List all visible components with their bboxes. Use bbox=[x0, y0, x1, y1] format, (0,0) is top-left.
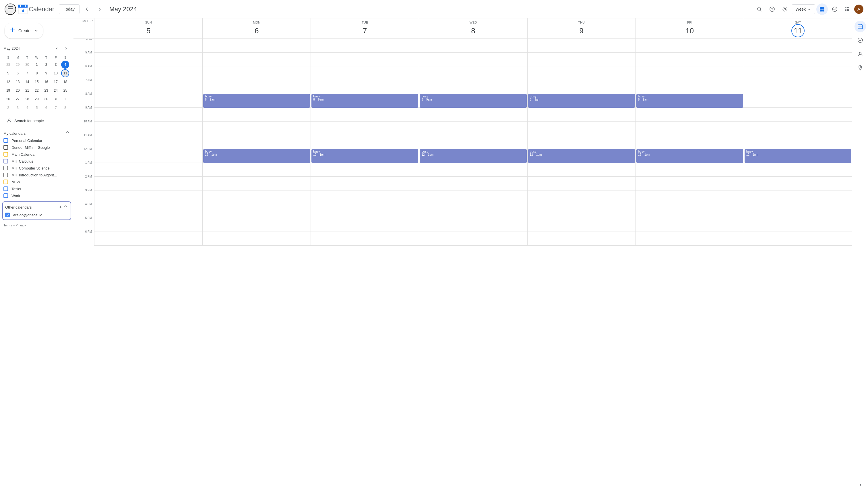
my-calendars-header[interactable]: My calendars bbox=[0, 130, 73, 137]
mini-day[interactable]: 17 bbox=[52, 78, 60, 86]
mini-day[interactable]: 7 bbox=[52, 104, 60, 112]
mini-day[interactable]: 8 bbox=[61, 104, 69, 112]
right-people-icon[interactable] bbox=[854, 48, 866, 60]
day-col-wed[interactable]: busy 8 – 9am busy 12 – 1pm bbox=[419, 39, 527, 245]
mini-day[interactable]: 20 bbox=[14, 86, 22, 94]
mini-day[interactable]: 2 bbox=[4, 104, 12, 112]
event-busy-tue-8am[interactable]: busy 8 – 9am bbox=[312, 94, 418, 108]
mini-day[interactable]: 4 bbox=[23, 104, 31, 112]
mini-day[interactable]: 29 bbox=[14, 61, 22, 69]
other-calendars-header[interactable]: Other calendars + bbox=[3, 203, 71, 211]
today-button[interactable]: Today bbox=[59, 4, 79, 14]
calendar-checkbox-personal[interactable] bbox=[3, 138, 8, 143]
day-col-sat[interactable]: busy 12 – 1pm bbox=[744, 39, 852, 245]
calendar-item-tasks[interactable]: Tasks bbox=[0, 185, 73, 192]
mini-day[interactable]: 10 bbox=[52, 69, 60, 77]
day-num-8[interactable]: 8 bbox=[466, 24, 480, 37]
calendar-item-cs[interactable]: MIT Computer Science bbox=[0, 165, 73, 172]
calendar-item-dunder[interactable]: Dunder Mifflin - Google bbox=[0, 144, 73, 151]
help-button[interactable]: ? bbox=[767, 3, 778, 15]
mini-day[interactable]: 15 bbox=[33, 78, 41, 86]
calendar-item-personal[interactable]: Personal Calendar bbox=[0, 137, 73, 144]
view-selector[interactable]: Week bbox=[792, 4, 815, 14]
mini-day[interactable]: 2 bbox=[42, 61, 50, 69]
day-col-mon[interactable]: busy 8 – 9am busy 12 – 1pm bbox=[202, 39, 311, 245]
right-maps-icon[interactable] bbox=[854, 62, 866, 73]
mini-day[interactable]: 22 bbox=[33, 86, 41, 94]
calendar-item-algo[interactable]: MIT Introduction to Algorit... bbox=[0, 172, 73, 178]
mini-next-button[interactable]: › bbox=[62, 44, 70, 52]
event-busy-wed-8am[interactable]: busy 8 – 9am bbox=[420, 94, 526, 108]
mini-day[interactable]: 3 bbox=[52, 61, 60, 69]
mini-day[interactable]: 8 bbox=[33, 69, 41, 77]
event-busy-thu-8am[interactable]: busy 8 – 9am bbox=[528, 94, 635, 108]
mini-day[interactable]: 5 bbox=[4, 69, 12, 77]
grid-view-button[interactable] bbox=[816, 3, 828, 15]
mini-day[interactable]: 29 bbox=[33, 95, 41, 103]
event-busy-tue-12pm[interactable]: busy 12 – 1pm bbox=[312, 149, 418, 163]
mini-day[interactable]: 7 bbox=[23, 69, 31, 77]
mini-prev-button[interactable]: ‹ bbox=[53, 44, 61, 52]
calendar-checkbox-cs[interactable] bbox=[3, 166, 8, 170]
mini-day[interactable]: 28 bbox=[4, 61, 12, 69]
menu-button[interactable] bbox=[5, 3, 16, 15]
day-num-5[interactable]: 5 bbox=[142, 24, 155, 37]
calendar-item-main[interactable]: Main Calendar bbox=[0, 151, 73, 158]
day-num-11[interactable]: 11 bbox=[791, 24, 804, 37]
mini-day[interactable]: 27 bbox=[14, 95, 22, 103]
calendar-item-eraldo[interactable]: eraldo@onecal.io bbox=[3, 211, 71, 218]
calendar-checkbox-calculus[interactable] bbox=[3, 159, 8, 164]
day-num-6[interactable]: 6 bbox=[250, 24, 263, 37]
mini-day[interactable]: 9 bbox=[42, 69, 50, 77]
calendar-item-work[interactable]: Work bbox=[0, 192, 73, 199]
mini-day[interactable]: 3 bbox=[14, 104, 22, 112]
mini-day[interactable]: 25 bbox=[61, 86, 69, 94]
privacy-link[interactable]: Privacy bbox=[16, 223, 26, 227]
mini-day[interactable]: 26 bbox=[4, 95, 12, 103]
event-busy-mon-12pm[interactable]: busy 12 – 1pm bbox=[203, 149, 310, 163]
search-button[interactable] bbox=[754, 3, 765, 15]
apps-button[interactable] bbox=[842, 3, 853, 15]
create-button[interactable]: Create bbox=[5, 23, 43, 39]
calendar-checkbox-dunder[interactable] bbox=[3, 145, 8, 150]
calendar-checkbox-algo[interactable] bbox=[3, 173, 8, 177]
mini-day[interactable]: 18 bbox=[61, 78, 69, 86]
mini-day[interactable]: 6 bbox=[42, 104, 50, 112]
other-calendars-add-button[interactable]: + bbox=[58, 204, 63, 210]
mini-day[interactable]: 30 bbox=[42, 95, 50, 103]
event-busy-fri-8am[interactable]: busy 8 – 9am bbox=[636, 94, 743, 108]
day-num-10[interactable]: 10 bbox=[683, 24, 696, 37]
mini-day[interactable]: 5 bbox=[33, 104, 41, 112]
calendar-checkbox-eraldo[interactable] bbox=[5, 213, 10, 217]
user-avatar[interactable]: A bbox=[854, 5, 863, 14]
event-busy-wed-12pm[interactable]: busy 12 – 1pm bbox=[420, 149, 526, 163]
right-expand-icon[interactable] bbox=[854, 479, 866, 491]
calendar-checkbox-work[interactable] bbox=[3, 193, 8, 198]
calendar-checkbox-tasks[interactable] bbox=[3, 187, 8, 191]
day-num-7[interactable]: 7 bbox=[358, 24, 371, 37]
event-busy-thu-12pm[interactable]: busy 12 – 1pm bbox=[528, 149, 635, 163]
mini-day[interactable]: 14 bbox=[23, 78, 31, 86]
task-view-button[interactable] bbox=[829, 3, 841, 15]
mini-day[interactable]: 24 bbox=[52, 86, 60, 94]
mini-day[interactable]: 6 bbox=[14, 69, 22, 77]
mini-day[interactable]: 19 bbox=[4, 86, 12, 94]
event-busy-fri-12pm[interactable]: busy 12 – 1pm bbox=[636, 149, 743, 163]
calendar-checkbox-main[interactable] bbox=[3, 152, 8, 156]
search-people[interactable]: Search for people bbox=[3, 115, 70, 126]
day-col-fri[interactable]: busy 8 – 9am busy 12 – 1pm bbox=[636, 39, 744, 245]
mini-day[interactable]: 1 bbox=[33, 61, 41, 69]
mini-day[interactable]: 23 bbox=[42, 86, 50, 94]
next-button[interactable] bbox=[94, 4, 105, 14]
mini-day[interactable]: 21 bbox=[23, 86, 31, 94]
day-col-sun[interactable] bbox=[94, 39, 202, 245]
mini-day[interactable]: 28 bbox=[23, 95, 31, 103]
calendar-grid-scroll[interactable]: 4 AM 5 AM 6 AM 7 AM 8 AM 9 AM 10 AM 11 A… bbox=[73, 39, 852, 493]
calendar-item-new[interactable]: NEW bbox=[0, 178, 73, 185]
day-col-thu[interactable]: busy 8 – 9am busy 12 – 1pm bbox=[527, 39, 636, 245]
mini-day[interactable]: 30 bbox=[23, 61, 31, 69]
mini-day[interactable]: 16 bbox=[42, 78, 50, 86]
terms-link[interactable]: Terms bbox=[3, 223, 12, 227]
right-task-icon[interactable] bbox=[854, 35, 866, 46]
mini-day[interactable]: 31 bbox=[52, 95, 60, 103]
